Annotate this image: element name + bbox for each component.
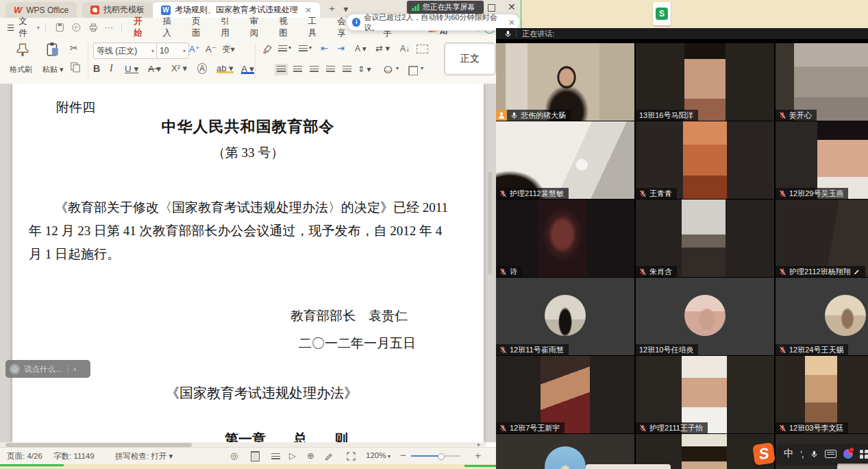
font-name-select[interactable]: 等线 (正文)▾ bbox=[93, 43, 158, 59]
wordart-icon[interactable]: A bbox=[197, 63, 207, 74]
char-effect-icon[interactable]: 变▾ bbox=[222, 44, 235, 56]
spell-check-status[interactable]: 拼写检查: 打开 ▾ bbox=[115, 451, 173, 461]
cut-icon[interactable]: ✂ bbox=[70, 43, 78, 53]
superscript-icon[interactable]: X² ▾ bbox=[171, 63, 187, 73]
new-tab-button[interactable]: ＋ bbox=[327, 3, 336, 15]
decrease-indent-icon[interactable]: ⇤ bbox=[321, 43, 328, 53]
ime-skin-icon[interactable] bbox=[843, 449, 853, 459]
video-tile[interactable]: 姜开心 bbox=[776, 43, 868, 121]
video-tile[interactable]: 护理2112裴慧敏 bbox=[496, 121, 634, 199]
play-view-icon[interactable]: ▷ bbox=[289, 450, 296, 461]
desktop-spreadsheet-file-icon[interactable]: S bbox=[653, 2, 671, 25]
menu-tools[interactable]: 工具 bbox=[302, 16, 331, 39]
sogou-logo-icon[interactable]: S bbox=[752, 442, 776, 466]
menu-view[interactable]: 视图 bbox=[273, 16, 301, 39]
bullet-list-icon[interactable] bbox=[278, 45, 287, 53]
video-tile[interactable]: 12班10号任培炎 bbox=[636, 278, 774, 355]
page-view-icon[interactable] bbox=[251, 451, 260, 461]
hamburger-icon[interactable]: ☰ bbox=[7, 23, 14, 33]
zoom-level[interactable]: 120% bbox=[366, 451, 386, 459]
highlight-color-icon[interactable]: ab ▾ bbox=[216, 63, 234, 73]
font-color-icon[interactable]: A ▾ bbox=[241, 63, 254, 74]
numbered-list-icon[interactable] bbox=[299, 45, 308, 53]
align-center-icon[interactable] bbox=[293, 66, 302, 73]
print-icon[interactable] bbox=[88, 23, 99, 32]
sogou-ime-bar[interactable]: S 中 ’, bbox=[754, 443, 868, 465]
more-tools-icon[interactable]: ··· bbox=[105, 23, 114, 32]
window-close-button[interactable]: ✕ bbox=[508, 1, 516, 12]
paragraph-style-box[interactable]: 正文 bbox=[444, 43, 496, 75]
toast-close-icon[interactable]: ✕ bbox=[508, 18, 515, 27]
paste-label[interactable]: 粘贴 ▾ bbox=[42, 64, 64, 75]
close-tab-icon[interactable]: ✕ bbox=[305, 5, 312, 15]
vertical-scrollbar[interactable] bbox=[488, 170, 493, 442]
format-painter-label[interactable]: 格式刷 bbox=[10, 64, 32, 75]
file-menu[interactable]: 文件 bbox=[18, 16, 35, 39]
menu-review[interactable]: 审阅 bbox=[244, 16, 273, 39]
video-tile[interactable]: 12班24号王天赐 bbox=[776, 278, 868, 355]
decrease-font-icon[interactable]: A⁻ bbox=[206, 44, 216, 54]
fullscreen-icon[interactable] bbox=[347, 452, 356, 461]
text-direction-icon[interactable]: ⇄ ▾ bbox=[375, 43, 390, 53]
char-scale-icon[interactable]: A ▾ bbox=[355, 44, 367, 53]
window-restore-button[interactable] bbox=[488, 4, 495, 12]
show-marks-icon[interactable] bbox=[417, 45, 428, 53]
export-pdf-icon[interactable]: P bbox=[71, 23, 82, 32]
font-size-select[interactable]: 10▾ bbox=[156, 43, 189, 59]
video-tile[interactable]: 诗 bbox=[496, 200, 634, 277]
outline-view-icon[interactable] bbox=[271, 453, 280, 461]
align-distribute-icon[interactable] bbox=[343, 66, 351, 73]
align-right-icon[interactable] bbox=[310, 66, 319, 73]
menu-insert[interactable]: 插入 bbox=[157, 16, 186, 39]
clear-format-icon[interactable] bbox=[262, 44, 272, 54]
copy-icon[interactable] bbox=[70, 62, 81, 73]
video-tile[interactable]: 护理2111王子怡 bbox=[636, 356, 774, 433]
line-spacing-icon[interactable]: ⇕ ▾ bbox=[358, 64, 371, 74]
underline-icon[interactable]: U ▾ bbox=[125, 63, 138, 74]
video-tile[interactable]: 王青青 bbox=[636, 121, 774, 199]
video-tile[interactable]: 朱肖含 bbox=[636, 200, 774, 277]
borders-icon[interactable] bbox=[408, 66, 418, 75]
document-page[interactable]: 附件四 中华人民共和国教育部令 （第 33 号） 《教育部关于修改〈国家教育考试… bbox=[12, 84, 484, 442]
zoom-slider-knob[interactable] bbox=[438, 453, 445, 460]
emoji-icon[interactable]: ☺ bbox=[10, 364, 20, 374]
ime-voice-icon[interactable] bbox=[810, 450, 818, 458]
collapse-chevron-icon[interactable]: ‹ bbox=[74, 365, 77, 373]
video-tile[interactable]: 12班03号李文廷 bbox=[776, 356, 868, 433]
increase-font-icon[interactable]: A⁺ bbox=[189, 44, 200, 54]
tab-wps-office[interactable]: W WPS Office bbox=[5, 2, 77, 18]
paste-icon[interactable] bbox=[45, 42, 60, 57]
align-justify-icon[interactable] bbox=[326, 66, 335, 73]
video-tile[interactable]: 12班7号王新宇 bbox=[496, 356, 634, 433]
save-icon[interactable] bbox=[55, 23, 65, 32]
ime-punctuation-icon[interactable]: ’, bbox=[800, 449, 804, 459]
shading-icon[interactable] bbox=[384, 65, 394, 74]
video-tile[interactable]: 护理2112班杨翔翔 bbox=[776, 200, 868, 277]
tab-list-caret[interactable]: ▾ bbox=[343, 3, 348, 14]
focus-mode-icon[interactable]: ◎ bbox=[230, 450, 238, 461]
sort-icon[interactable]: A↓ bbox=[400, 44, 410, 53]
meeting-chat-pill[interactable]: ☺ 说点什么... ‹ bbox=[5, 360, 90, 378]
document-area[interactable]: 附件四 中华人民共和国教育部令 （第 33 号） 《教育部关于修改〈国家教育考试… bbox=[0, 84, 521, 442]
menu-reference[interactable]: 引用 bbox=[214, 16, 243, 39]
increase-indent-icon[interactable]: ⇥ bbox=[337, 43, 345, 53]
video-tile[interactable]: 12班29号吴玉燕 bbox=[776, 121, 868, 199]
strikethrough-icon[interactable]: A ▾ bbox=[148, 63, 161, 74]
video-tile[interactable]: 12班11号崔雨慧 bbox=[496, 278, 634, 355]
chat-placeholder[interactable]: 说点什么... bbox=[24, 364, 62, 374]
zoom-out-button[interactable]: − bbox=[400, 449, 406, 461]
video-tile[interactable]: 13班16号马阳洋 bbox=[636, 43, 774, 121]
align-left-icon[interactable] bbox=[277, 66, 286, 73]
italic-icon[interactable]: I bbox=[110, 63, 113, 74]
video-tile[interactable]: 悲伤的猪大肠 bbox=[496, 43, 634, 121]
ime-keyboard-icon[interactable] bbox=[825, 450, 836, 458]
ink-pen-icon[interactable] bbox=[325, 452, 334, 461]
web-layout-icon[interactable]: ⊕ bbox=[307, 450, 314, 461]
ime-chinese-mode[interactable]: 中 bbox=[784, 448, 793, 460]
ime-toolbox-icon[interactable] bbox=[860, 450, 868, 459]
edit-name-pencil-icon[interactable] bbox=[854, 268, 860, 275]
menu-page[interactable]: 页面 bbox=[186, 16, 214, 39]
zoom-slider[interactable] bbox=[411, 455, 460, 457]
format-painter-icon[interactable] bbox=[15, 43, 30, 58]
zoom-in-button[interactable]: ＋ bbox=[473, 449, 483, 462]
